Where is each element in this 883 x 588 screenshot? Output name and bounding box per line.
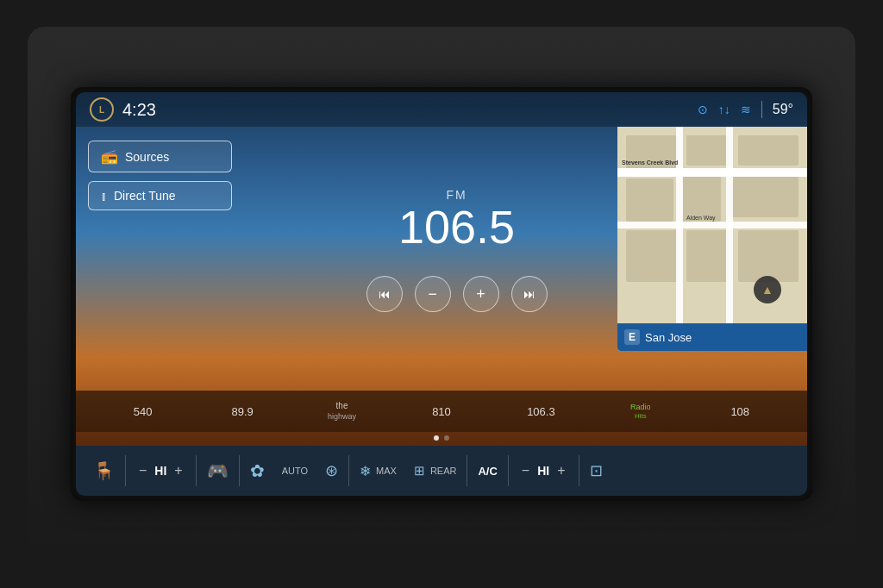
center-panel: FM 106.5 ⏮ − + ⏭ <box>244 127 669 391</box>
climate-div-1 <box>125 455 126 486</box>
signal-bars-icon: ↑↓ <box>718 103 730 116</box>
top-right-group: ⊙ ↑↓ ≋ 59° <box>698 101 793 118</box>
top-left-group: L 4:23 <box>90 97 156 122</box>
ac-label: A/C <box>478 465 497 478</box>
climate-div-4 <box>348 455 349 486</box>
rewind-button[interactable]: ⏮ <box>366 276 403 312</box>
map-overlay: ‹ <box>617 127 807 351</box>
fan-icon: ✿ <box>250 460 265 481</box>
navigation-arrow: ▲ <box>754 276 781 303</box>
radio-frequency: 106.5 <box>398 203 515 250</box>
top-status-bar: L 4:23 ⊙ ↑↓ ≋ 59° <box>76 92 807 127</box>
svg-rect-7 <box>626 230 678 282</box>
right-temp-increase[interactable]: + <box>554 463 567 479</box>
preset-108[interactable]: 108 <box>691 402 790 422</box>
wifi-icon: ≋ <box>741 103 751 116</box>
next-station-button[interactable]: + <box>463 276 499 312</box>
climate-div-7 <box>579 455 579 486</box>
transport-controls: ⏮ − + ⏭ <box>366 276 548 312</box>
svg-rect-9 <box>738 230 798 282</box>
preset-section: 540 89.9 thehighway 810 106.3 RadioHits … <box>76 391 807 446</box>
preset-dot-1 <box>434 435 439 441</box>
climate-div-6 <box>508 455 509 486</box>
climate-bar: 🪑 − HI + 🎮 ✿ <box>76 446 807 496</box>
air-direction-icon: ⊛ <box>325 461 338 480</box>
rear-label: REAR <box>430 466 457 476</box>
svg-text:Alden Way: Alden Way <box>686 215 716 222</box>
preset-dot-2 <box>444 435 449 441</box>
svg-rect-3 <box>738 135 798 166</box>
gps-icon: ⊙ <box>698 103 708 116</box>
lincoln-logo: L <box>90 97 114 122</box>
infotainment-screen: L 4:23 ⊙ ↑↓ ≋ 59° <box>76 92 807 496</box>
left-temp-decrease[interactable]: − <box>136 463 149 479</box>
svg-rect-12 <box>676 127 683 323</box>
preset-1063[interactable]: 106.3 <box>492 402 591 422</box>
status-divider <box>761 101 762 118</box>
forward-button[interactable]: ⏭ <box>511 276 548 312</box>
preset-page-dots <box>76 435 807 441</box>
direct-tune-button[interactable]: ⫿ Direct Tune <box>88 181 232 210</box>
preset-540[interactable]: 540 <box>93 402 192 422</box>
map-direction: E <box>624 329 640 345</box>
car-dashboard: L 4:23 ⊙ ↑↓ ≋ 59° <box>28 27 855 561</box>
preset-highway[interactable]: thehighway <box>292 397 391 425</box>
content-row: 📻 Sources ⫿ Direct Tune FM 106.5 <box>76 127 807 391</box>
right-temp-decrease[interactable]: − <box>519 463 532 479</box>
rear-section: ⊞ REAR <box>407 463 464 479</box>
right-temp-section: − HI + <box>512 463 575 479</box>
map-city: San Jose <box>645 331 692 344</box>
radio-band: FM <box>446 188 467 202</box>
left-temp-section: − HI + <box>129 463 192 479</box>
sources-label: Sources <box>125 150 169 164</box>
steering-icon: 🎮 <box>207 460 229 481</box>
sources-icon: 📻 <box>101 148 118 165</box>
auto-label: AUTO <box>282 466 308 476</box>
svg-text:Stevens Creek Blvd: Stevens Creek Blvd <box>622 160 678 166</box>
left-seat-icon: 🪑 <box>93 460 115 481</box>
direct-tune-icon: ⫿ <box>101 190 107 203</box>
ac-section: A/C <box>471 465 504 478</box>
climate-div-5 <box>467 455 467 486</box>
steering-heat-section: 🎮 <box>200 460 235 481</box>
svg-rect-4 <box>626 178 673 222</box>
climate-div-2 <box>196 455 197 486</box>
climate-div-3 <box>239 455 240 486</box>
svg-rect-11 <box>617 222 807 228</box>
svg-rect-6 <box>730 174 798 217</box>
left-panel: 📻 Sources ⫿ Direct Tune <box>76 127 244 391</box>
screen-bezel: L 4:23 ⊙ ↑↓ ≋ 59° <box>71 87 812 501</box>
auto-section: AUTO <box>275 466 315 476</box>
preset-810[interactable]: 810 <box>391 402 491 422</box>
left-temperature: HI <box>154 464 166 478</box>
sources-button[interactable]: 📻 Sources <box>88 141 232 172</box>
map-destination-bar: E San Jose <box>617 323 807 351</box>
clock-display: 4:23 <box>122 100 156 120</box>
max-label: MAX <box>376 466 397 476</box>
prev-station-button[interactable]: − <box>415 276 451 312</box>
max-icon: ❄ <box>360 463 371 479</box>
rear-icon: ⊞ <box>414 463 425 479</box>
left-temp-increase[interactable]: + <box>172 463 185 479</box>
main-display-area: L 4:23 ⊙ ↑↓ ≋ 59° <box>76 92 807 446</box>
outside-temperature: 59° <box>773 102 793 117</box>
preset-radio-logo[interactable]: RadioHits <box>591 399 690 423</box>
right-seat-section: ⊡ <box>583 461 610 480</box>
right-temperature: HI <box>537 464 549 478</box>
svg-rect-13 <box>726 127 733 323</box>
air-direction-section: ⊛ <box>318 461 345 480</box>
direct-tune-label: Direct Tune <box>114 189 176 203</box>
preset-899[interactable]: 89.9 <box>192 402 291 422</box>
svg-rect-10 <box>617 168 807 177</box>
left-seat-heat-section: 🪑 <box>86 460 122 481</box>
preset-bar: 540 89.9 thehighway 810 106.3 RadioHits … <box>76 391 807 432</box>
svg-rect-8 <box>686 230 730 282</box>
right-seat-icon: ⊡ <box>590 461 603 480</box>
fan-section: ✿ <box>243 460 272 481</box>
svg-rect-2 <box>686 135 730 166</box>
max-section: ❄ MAX <box>353 463 404 479</box>
map-display: Stevens Creek Blvd Alden Way ▲ E San Jos… <box>617 127 807 351</box>
